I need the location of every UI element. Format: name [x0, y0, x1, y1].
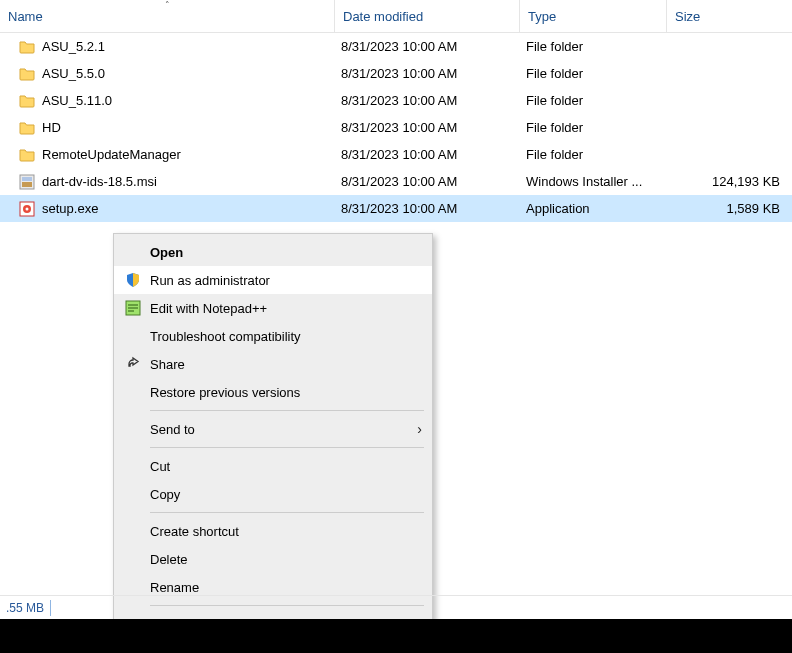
file-name: ASU_5.11.0: [42, 93, 112, 108]
svg-rect-1: [22, 182, 32, 187]
share-icon: [122, 356, 144, 372]
menu-separator: [150, 512, 424, 513]
menu-cut-label: Cut: [144, 459, 422, 474]
column-header-type[interactable]: Type: [520, 0, 667, 32]
menu-troubleshoot-label: Troubleshoot compatibility: [144, 329, 422, 344]
folder-icon: [18, 38, 36, 56]
file-date: 8/31/2023 10:00 AM: [335, 174, 520, 189]
file-type: File folder: [520, 120, 667, 135]
file-date: 8/31/2023 10:00 AM: [335, 120, 520, 135]
folder-icon: [18, 65, 36, 83]
file-name: ASU_5.2.1: [42, 39, 105, 54]
menu-delete[interactable]: Delete: [114, 545, 432, 573]
menu-separator: [150, 447, 424, 448]
msi-icon: [18, 173, 36, 191]
menu-share[interactable]: Share: [114, 350, 432, 378]
folder-icon: [18, 92, 36, 110]
file-type: File folder: [520, 39, 667, 54]
column-header-row: Name ˄ Date modified Type Size: [0, 0, 792, 33]
bottom-black-bar: [0, 619, 792, 653]
menu-troubleshoot-compatibility[interactable]: Troubleshoot compatibility: [114, 322, 432, 350]
menu-separator: [150, 410, 424, 411]
file-row[interactable]: setup.exe8/31/2023 10:00 AMApplication1,…: [0, 195, 792, 222]
file-type: File folder: [520, 66, 667, 81]
file-name: setup.exe: [42, 201, 98, 216]
svg-rect-2: [22, 177, 32, 181]
status-size-text: .55 MB: [6, 601, 44, 615]
status-separator: [50, 600, 51, 616]
column-header-date[interactable]: Date modified: [335, 0, 520, 32]
menu-run-as-administrator[interactable]: Run as administrator: [114, 266, 432, 294]
column-header-type-label: Type: [528, 9, 556, 24]
file-size: 124,193 KB: [667, 174, 792, 189]
column-header-name[interactable]: Name ˄: [0, 0, 335, 32]
file-row[interactable]: ASU_5.5.08/31/2023 10:00 AMFile folder: [0, 60, 792, 87]
folder-icon: [18, 146, 36, 164]
context-menu: Open Run as administrator Edit with Note…: [113, 233, 433, 643]
menu-delete-label: Delete: [144, 552, 422, 567]
file-name: HD: [42, 120, 61, 135]
menu-cut[interactable]: Cut: [114, 452, 432, 480]
file-row[interactable]: dart-dv-ids-18.5.msi8/31/2023 10:00 AMWi…: [0, 168, 792, 195]
file-type: File folder: [520, 93, 667, 108]
exe-icon: [18, 200, 36, 218]
menu-shortcut-label: Create shortcut: [144, 524, 422, 539]
file-date: 8/31/2023 10:00 AM: [335, 93, 520, 108]
file-row[interactable]: ASU_5.2.18/31/2023 10:00 AMFile folder: [0, 33, 792, 60]
menu-copy[interactable]: Copy: [114, 480, 432, 508]
menu-run-admin-label: Run as administrator: [144, 273, 422, 288]
column-header-size[interactable]: Size: [667, 0, 792, 32]
shield-icon: [122, 272, 144, 288]
file-date: 8/31/2023 10:00 AM: [335, 39, 520, 54]
file-row[interactable]: ASU_5.11.08/31/2023 10:00 AMFile folder: [0, 87, 792, 114]
file-date: 8/31/2023 10:00 AM: [335, 66, 520, 81]
file-name: ASU_5.5.0: [42, 66, 105, 81]
menu-edit-notepadpp[interactable]: Edit with Notepad++: [114, 294, 432, 322]
file-row[interactable]: HD8/31/2023 10:00 AMFile folder: [0, 114, 792, 141]
column-header-date-label: Date modified: [343, 9, 423, 24]
file-name: dart-dv-ids-18.5.msi: [42, 174, 157, 189]
menu-rename-label: Rename: [144, 580, 422, 595]
folder-icon: [18, 119, 36, 137]
menu-restore-previous-versions[interactable]: Restore previous versions: [114, 378, 432, 406]
file-type: Windows Installer ...: [520, 174, 667, 189]
notepadpp-icon: [122, 300, 144, 316]
file-date: 8/31/2023 10:00 AM: [335, 147, 520, 162]
svg-point-5: [26, 207, 29, 210]
file-size: 1,589 KB: [667, 201, 792, 216]
menu-edit-npp-label: Edit with Notepad++: [144, 301, 422, 316]
chevron-right-icon: ›: [417, 421, 422, 437]
menu-copy-label: Copy: [144, 487, 422, 502]
file-row[interactable]: RemoteUpdateManager8/31/2023 10:00 AMFil…: [0, 141, 792, 168]
file-list: ASU_5.2.18/31/2023 10:00 AMFile folderAS…: [0, 33, 792, 222]
column-header-name-label: Name: [8, 9, 43, 24]
menu-restore-label: Restore previous versions: [144, 385, 422, 400]
menu-create-shortcut[interactable]: Create shortcut: [114, 517, 432, 545]
menu-send-to-label: Send to: [144, 422, 417, 437]
menu-share-label: Share: [144, 357, 422, 372]
file-date: 8/31/2023 10:00 AM: [335, 201, 520, 216]
status-bar: .55 MB: [0, 595, 792, 619]
column-header-size-label: Size: [675, 9, 700, 24]
file-type: File folder: [520, 147, 667, 162]
sort-ascending-icon: ˄: [165, 0, 170, 10]
menu-send-to[interactable]: Send to ›: [114, 415, 432, 443]
file-type: Application: [520, 201, 667, 216]
menu-open-label: Open: [144, 245, 422, 260]
file-name: RemoteUpdateManager: [42, 147, 181, 162]
menu-open[interactable]: Open: [114, 238, 432, 266]
